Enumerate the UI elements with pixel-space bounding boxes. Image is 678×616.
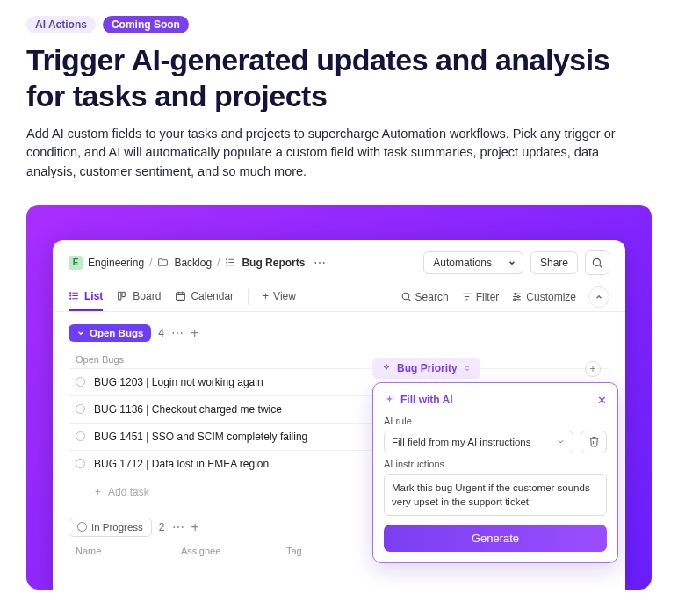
tab-board[interactable]: Board: [117, 283, 161, 311]
share-button[interactable]: Share: [530, 251, 578, 274]
svg-rect-14: [119, 293, 121, 301]
topbar: E Engineering / Backlog / Bug Reports ⋯ …: [53, 240, 625, 283]
column-headers: Open Bugs: [69, 351, 609, 368]
col-name: Name: [76, 546, 181, 556]
svg-point-11: [70, 293, 71, 294]
group-more-icon[interactable]: ⋯: [171, 326, 184, 340]
chevron-down-icon: [76, 329, 85, 337]
tab-label: View: [273, 290, 296, 302]
bug-priority-column[interactable]: Bug Priority: [372, 358, 480, 379]
badge-row: AI Actions Coming Soon: [26, 16, 652, 33]
add-view[interactable]: + View: [263, 283, 296, 311]
status-circle-icon[interactable]: [76, 431, 85, 441]
close-icon[interactable]: ✕: [597, 394, 607, 407]
svg-point-12: [70, 295, 71, 296]
status-circle-icon: [77, 522, 87, 532]
list-icon: [69, 290, 80, 301]
group-name: Open Bugs: [90, 328, 143, 338]
svg-point-13: [70, 299, 71, 300]
svg-point-6: [593, 258, 600, 265]
crumb-list[interactable]: Bug Reports: [242, 257, 305, 269]
top-actions: Automations Share: [423, 250, 609, 275]
chevron-up-icon: [595, 293, 603, 301]
crumb-space[interactable]: Engineering: [88, 257, 144, 269]
add-task-label: Add task: [108, 486, 149, 498]
plus-icon: +: [589, 363, 595, 375]
tab-label: Calendar: [191, 290, 234, 302]
screenshot-frame: E Engineering / Backlog / Bug Reports ⋯ …: [26, 205, 652, 590]
ai-instructions-label: AI instructions: [384, 459, 607, 469]
col-label: Bug Priority: [397, 362, 458, 374]
chevron-down-icon: [508, 258, 516, 267]
view-tabs: List Board Calendar + View: [53, 283, 625, 312]
crumb-more-icon[interactable]: ⋯: [310, 256, 329, 270]
tool-label: Search: [415, 291, 449, 303]
task-title: BUG 1136 | Checkout charged me twice: [94, 403, 282, 416]
group-more-icon[interactable]: ⋯: [172, 520, 184, 534]
group-add-icon[interactable]: +: [191, 326, 198, 340]
collapse-button[interactable]: [588, 286, 609, 308]
tab-list[interactable]: List: [69, 283, 103, 311]
delete-rule-button[interactable]: [581, 431, 607, 453]
popover-title-text: Fill with AI: [400, 394, 453, 406]
fill-with-ai-popover: Fill with AI ✕ AI rule Fill field from m…: [372, 382, 618, 563]
ai-rule-label: AI rule: [384, 416, 607, 426]
status-circle-icon[interactable]: [76, 459, 85, 468]
app-window: E Engineering / Backlog / Bug Reports ⋯ …: [53, 240, 625, 590]
group-header-open-bugs: Open Bugs 4 ⋯ +: [69, 324, 609, 342]
tab-calendar[interactable]: Calendar: [175, 283, 234, 311]
svg-point-5: [227, 265, 227, 266]
crumb-sep: /: [149, 257, 152, 269]
ai-instructions-input[interactable]: Mark this bug Urgent if the customer sou…: [384, 474, 607, 516]
divider: [248, 289, 249, 305]
svg-point-30: [514, 299, 516, 301]
svg-line-21: [408, 299, 410, 301]
svg-rect-16: [177, 293, 185, 301]
search-icon: [591, 257, 603, 269]
page-description: Add AI custom fields to your tasks and p…: [26, 125, 652, 182]
space-chip[interactable]: E: [69, 256, 83, 270]
filter-tool[interactable]: Filter: [461, 291, 500, 303]
select-value: Fill field from my AI instructions: [392, 437, 530, 447]
sliders-icon: [511, 291, 523, 302]
tab-label: List: [84, 290, 103, 302]
badge-coming-soon: Coming Soon: [103, 16, 189, 33]
search-iconbtn[interactable]: [585, 250, 609, 275]
sparkle-icon: [381, 363, 392, 373]
plus-icon: +: [95, 486, 101, 498]
crumb-folder[interactable]: Backlog: [174, 257, 212, 269]
search-tool[interactable]: Search: [400, 291, 449, 303]
automations-button[interactable]: Automations: [423, 251, 501, 274]
svg-line-7: [600, 265, 602, 267]
priority-column-wrap: Bug Priority: [372, 358, 480, 379]
group-status-pill[interactable]: In Progress: [69, 518, 152, 537]
group-add-icon[interactable]: +: [191, 520, 199, 534]
badge-ai-actions: AI Actions: [26, 16, 96, 33]
tool-label: Filter: [476, 291, 500, 303]
customize-tool[interactable]: Customize: [511, 291, 576, 303]
svg-rect-15: [122, 293, 125, 297]
group-name: In Progress: [91, 522, 143, 533]
generate-button[interactable]: Generate: [384, 525, 607, 552]
svg-point-3: [227, 259, 227, 260]
board-icon: [117, 290, 128, 301]
tool-label: Customize: [526, 291, 576, 303]
task-title: BUG 1203 | Login not working again: [94, 376, 263, 388]
task-title: BUG 1712 | Data lost in EMEA region: [94, 458, 269, 470]
svg-point-26: [515, 294, 516, 295]
ai-rule-select[interactable]: Fill field from my AI instructions: [384, 431, 573, 453]
col-tag: Tag: [286, 546, 339, 556]
status-circle-icon[interactable]: [76, 404, 85, 414]
svg-point-31: [393, 395, 393, 396]
add-column-button[interactable]: +: [585, 361, 601, 377]
sparkle-icon: [384, 395, 395, 406]
popover-title: Fill with AI: [384, 394, 453, 406]
plus-icon: +: [263, 290, 269, 302]
group-count: 4: [158, 327, 164, 339]
breadcrumb: E Engineering / Backlog / Bug Reports ⋯: [69, 256, 329, 270]
folder-icon: [157, 257, 169, 268]
page-title: Trigger AI-generated updates and analysi…: [26, 42, 652, 114]
group-status-pill[interactable]: Open Bugs: [69, 324, 151, 342]
automations-dropdown[interactable]: [501, 251, 523, 274]
status-circle-icon[interactable]: [76, 377, 85, 387]
